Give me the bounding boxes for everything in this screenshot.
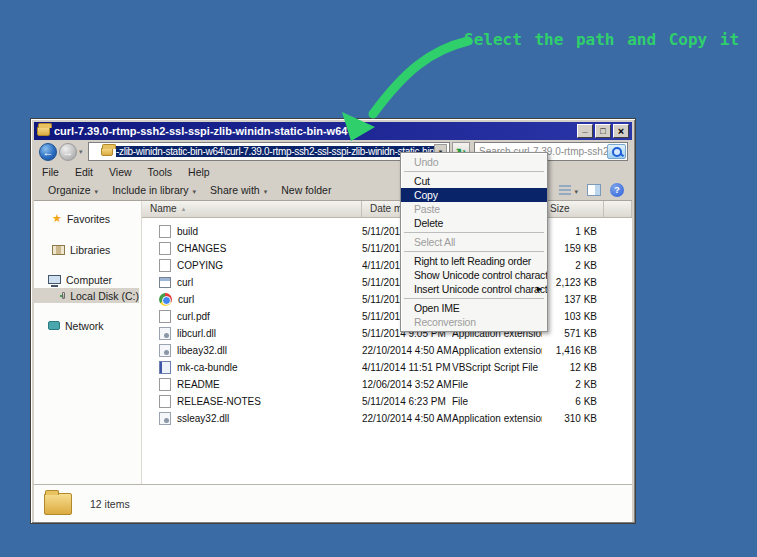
context-menu-item-delete[interactable]: Delete	[401, 216, 547, 230]
chevron-down-icon	[260, 184, 268, 196]
address-path-selected[interactable]: -zlib-winidn-static-bin-w64\curl-7.39.0-…	[116, 146, 434, 157]
file-row-curl-pdf[interactable]: curl.pdf 5/11/2014 103 KB	[142, 308, 632, 325]
network-icon	[48, 321, 60, 330]
context-menu-item-copy[interactable]: Copy	[401, 188, 547, 202]
details-pane: 12 items	[34, 484, 632, 522]
dll-file-icon	[159, 327, 171, 340]
text-file-icon	[159, 259, 171, 272]
title-bar[interactable]: curl-7.39.0-rtmp-ssh2-ssl-sspi-zlib-wini…	[34, 122, 632, 140]
sidebar-item-network[interactable]: Network	[34, 318, 139, 333]
file-row-release-notes[interactable]: RELEASE-NOTES 5/11/2014 6:23 PM File 6 K…	[142, 393, 632, 410]
file-row-curl-html[interactable]: curl 5/11/2014 137 KB	[142, 291, 632, 308]
chrome-html-icon	[159, 293, 172, 306]
file-row-mk-ca-bundle[interactable]: mk-ca-bundle 4/11/2014 11:51 PM VBScript…	[142, 359, 632, 376]
libraries-icon	[52, 245, 65, 255]
menu-view[interactable]: View	[109, 166, 132, 178]
text-file-icon	[159, 225, 171, 238]
file-row-curl-exe[interactable]: curl 5/11/2014 2,123 KB	[142, 274, 632, 291]
context-menu-item-insert-unicode-char[interactable]: Insert Unicode control character	[401, 282, 547, 296]
context-menu-item-undo: Undo	[401, 155, 547, 169]
history-chevron-icon[interactable]	[79, 148, 83, 156]
minimize-button[interactable]	[577, 124, 593, 138]
file-row-ssleay32-dll[interactable]: ssleay32.dll 22/10/2014 4:50 AM Applicat…	[142, 410, 632, 427]
menu-separator	[404, 298, 544, 299]
address-input[interactable]: -zlib-winidn-static-bin-w64\curl-7.39.0-…	[88, 142, 450, 161]
organize-button[interactable]: Organize	[48, 184, 98, 196]
sidebar-item-computer[interactable]: Computer	[34, 272, 139, 287]
sidebar-item-local-disk-c[interactable]: Local Disk (C:)	[34, 288, 139, 303]
computer-icon	[48, 275, 61, 284]
column-header-size[interactable]: Size	[542, 201, 604, 217]
file-rows: build 5/11/2014 1 KB CHANGES 5/11/2014 1…	[142, 223, 632, 484]
file-list: Name Date modified Type Size build 5/11/…	[142, 201, 632, 484]
menu-edit[interactable]: Edit	[75, 166, 93, 178]
page-background: Select the path and Copy it curl-7.39.0-…	[0, 0, 757, 557]
new-folder-button[interactable]: New folder	[281, 184, 331, 196]
context-menu-item-reconversion: Reconversion	[401, 315, 547, 329]
sidebar-item-favorites[interactable]: Favorites	[34, 211, 139, 226]
menu-separator	[404, 232, 544, 233]
menu-separator	[404, 171, 544, 172]
disk-drive-icon	[62, 292, 65, 299]
context-menu-item-open-ime[interactable]: Open IME	[401, 301, 547, 315]
pdf-file-icon	[159, 310, 171, 323]
chevron-down-icon	[91, 184, 99, 196]
annotation-text: Select the path and Copy it	[464, 30, 739, 49]
star-icon	[52, 212, 62, 225]
views-button[interactable]	[559, 184, 578, 196]
sidebar-item-libraries[interactable]: Libraries	[34, 242, 139, 257]
file-row-changes[interactable]: CHANGES 5/11/2014 159 KB	[142, 240, 632, 257]
close-button[interactable]	[613, 124, 629, 138]
help-button[interactable]	[610, 183, 624, 197]
item-count: 12 items	[90, 498, 130, 510]
address-folder-icon	[101, 147, 113, 156]
window-title: curl-7.39.0-rtmp-ssh2-ssl-sspi-zlib-wini…	[54, 125, 577, 137]
forward-button[interactable]	[59, 143, 77, 161]
context-menu: Undo Cut Copy Paste Delete Select All Ri…	[400, 152, 548, 332]
share-with-button[interactable]: Share with	[210, 184, 267, 196]
dll-file-icon	[159, 412, 171, 425]
sort-ascending-icon	[177, 203, 186, 214]
text-file-icon	[159, 395, 171, 408]
dll-file-icon	[159, 344, 171, 357]
column-headers: Name Date modified Type Size	[142, 201, 632, 218]
text-file-icon	[159, 242, 171, 255]
file-row-build[interactable]: build 5/11/2014 1 KB	[142, 223, 632, 240]
context-menu-item-show-unicode-chars[interactable]: Show Unicode control characters	[401, 268, 547, 282]
list-view-icon	[559, 185, 571, 195]
menu-help[interactable]: Help	[188, 166, 210, 178]
file-row-libeay32-dll[interactable]: libeay32.dll 22/10/2014 4:50 AM Applicat…	[142, 342, 632, 359]
maximize-button[interactable]	[595, 124, 611, 138]
search-icon[interactable]	[607, 144, 626, 159]
window-folder-icon	[37, 126, 50, 136]
text-file-icon	[159, 378, 171, 391]
context-menu-item-rtl-reading-order[interactable]: Right to left Reading order	[401, 254, 547, 268]
column-header-name[interactable]: Name	[142, 201, 362, 217]
menu-file[interactable]: File	[42, 166, 59, 178]
menu-tools[interactable]: Tools	[148, 166, 173, 178]
context-menu-item-cut[interactable]: Cut	[401, 174, 547, 188]
menu-separator	[404, 251, 544, 252]
chevron-down-icon	[189, 184, 197, 196]
column-header-empty	[604, 201, 632, 217]
navigation-pane: Favorites Libraries Computer Local Disk …	[34, 201, 142, 484]
context-menu-item-paste: Paste	[401, 202, 547, 216]
chevron-down-icon	[574, 184, 578, 196]
file-row-libcurl-dll[interactable]: libcurl.dll 5/11/2014 9:05 PM Applicatio…	[142, 325, 632, 342]
include-in-library-button[interactable]: Include in library	[112, 184, 196, 196]
context-menu-item-select-all: Select All	[401, 235, 547, 249]
folder-icon	[44, 493, 72, 515]
vbscript-file-icon	[159, 361, 171, 374]
application-icon	[159, 277, 171, 288]
preview-pane-button[interactable]	[587, 184, 601, 196]
file-row-readme[interactable]: README 12/06/2014 3:52 AM File 2 KB	[142, 376, 632, 393]
file-row-copying[interactable]: COPYING 4/11/2014 2 KB	[142, 257, 632, 274]
back-button[interactable]	[39, 143, 57, 161]
